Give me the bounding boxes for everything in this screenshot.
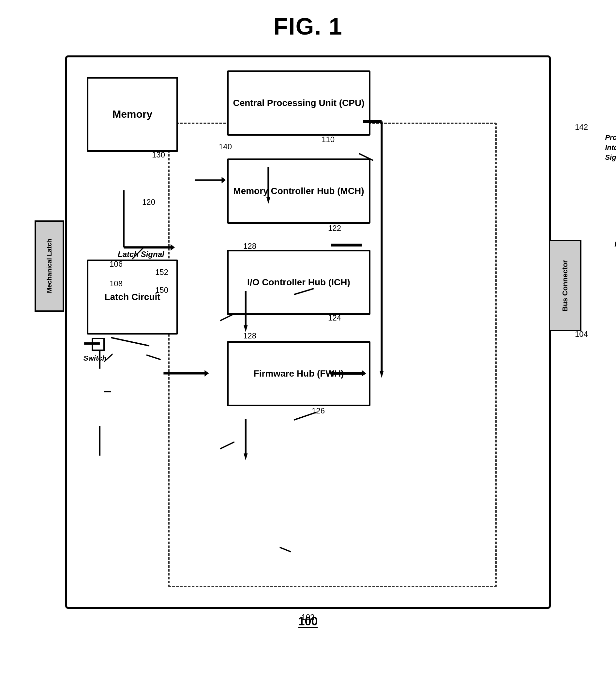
bus-connector: Bus Connector — [549, 240, 581, 331]
mechanical-latch: Mechanical Latch — [35, 220, 64, 312]
switch-label: Switch — [84, 354, 107, 362]
ref-142: 142 — [575, 123, 588, 132]
outer-box-102: Memory Central Processing Unit (CPU) Mem… — [65, 56, 551, 609]
svg-line-22 — [147, 355, 160, 360]
ref-150: 150 — [155, 286, 168, 295]
ref-126: 126 — [312, 406, 325, 415]
ref-104: 104 — [575, 330, 588, 339]
ref-140: 140 — [219, 142, 232, 151]
ich-box: I/O Controller Hub (ICH) — [227, 250, 371, 315]
ref-122: 122 — [328, 224, 341, 233]
diagram-container: Memory Central Processing Unit (CPU) Mem… — [26, 46, 590, 635]
cpu-box: Central Processing Unit (CPU) — [227, 70, 371, 136]
switch-box — [92, 338, 105, 351]
ref-128b: 128 — [243, 331, 256, 340]
io-devices-label: I/O Devices — [614, 240, 616, 248]
ref-108: 108 — [110, 279, 123, 288]
ref-124: 124 — [328, 313, 341, 323]
page-title: FIG. 1 — [0, 0, 616, 40]
memory-box: Memory — [87, 77, 178, 152]
figure-number: 100 — [298, 615, 317, 628]
latch-signal-label: Latch Signal — [118, 250, 164, 259]
svg-line-23 — [111, 337, 149, 346]
ref-106: 106 — [110, 260, 123, 269]
fwh-box: Firmware Hub (FWH) — [227, 341, 371, 406]
ref-110: 110 — [322, 135, 335, 144]
ref-152: 152 — [155, 268, 168, 277]
processor-interrupt-label: Processor Interrupt Signal — [605, 123, 616, 163]
ref-120: 120 — [142, 198, 155, 207]
ref-130: 130 — [152, 150, 165, 159]
ref-128a: 128 — [243, 242, 256, 251]
mch-box: Memory Controller Hub (MCH) — [227, 158, 371, 224]
